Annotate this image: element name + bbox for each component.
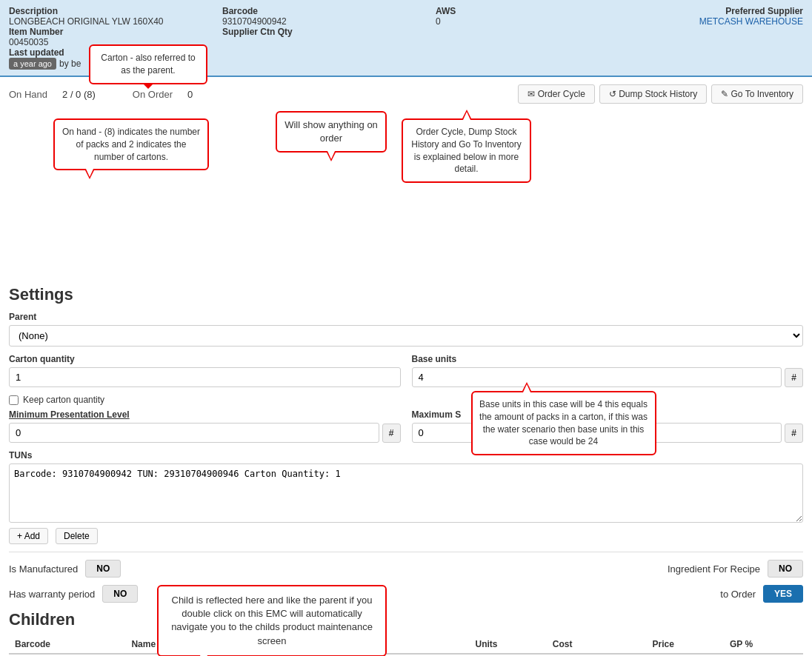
min-pres-field: Minimum Presentation Level # [9,409,401,443]
dump-stock-history-button[interactable]: ↺ Dump Stock History [599,84,707,104]
main-content: On Hand 2 / 0 (8) On Order 0 ✉ Order Cyc… [0,77,812,656]
settings-title: Settings [9,285,803,304]
is-manufactured-group: Is Manufactured NO [9,560,121,578]
min-pres-input[interactable] [9,423,379,443]
max-stock-label: Maximum S [412,409,804,420]
base-units-input[interactable] [412,367,782,387]
warranty-label: Has warranty period [9,589,95,600]
preferred-supplier-value: METCASH WAREHOUSE [590,16,803,27]
col-units: Units [469,635,546,654]
warranty-order-row: Has warranty period NO to Order YES [9,585,803,603]
description-value: LONGBEACH ORIGINAL YLW 160X40 [9,16,216,27]
on-hand-row: On Hand 2 / 0 (8) On Order 0 ✉ Order Cyc… [9,84,803,104]
col-barcode: Barcode [9,635,125,654]
on-hand-label: On Hand [9,89,47,100]
warranty-button[interactable]: NO [102,585,138,603]
base-units-field: Base units # Base units in this case wil… [412,354,804,387]
col-cost: Cost [547,635,647,654]
children-table: Barcode Name Units Cost Price GP % 93229… [9,635,803,656]
ingredient-group: Ingredient For Recipe NO [668,560,803,578]
col-name: Name [125,635,469,654]
max-stock-hash-button[interactable]: # [785,424,803,443]
delete-button[interactable]: Delete [56,528,98,544]
barcode-label: Barcode [222,6,430,16]
min-pres-label: Minimum Presentation Level [9,409,401,420]
supplier-ctn-label: Supplier Ctn Qty [222,27,430,37]
tooltip-on-hand: On hand - (8) indicates the number of pa… [53,118,209,170]
last-updated-badge: a year ago [9,58,56,70]
tooltip-order-cycle: Order Cycle, Dump Stock History and Go T… [402,118,531,183]
warranty-group: Has warranty period NO [9,585,138,603]
children-section: Children Barcode Name Units Cost Price G… [9,610,803,656]
min-max-group: Minimum Presentation Level # Maximum S # [9,409,803,443]
carton-qty-input[interactable] [9,367,401,387]
to-order-button[interactable]: YES [763,585,803,603]
children-title: Children [9,610,803,629]
col-price: Price [647,635,724,654]
barcode-value: 9310704900942 [222,16,430,27]
item-number-label: Item Number [9,27,216,37]
parent-label: Parent [9,312,803,322]
add-button[interactable]: + Add [9,528,48,544]
add-delete-row: + Add Delete [9,528,803,544]
max-stock-input[interactable] [412,423,782,443]
item-number-value: 00450035 [9,37,216,47]
min-pres-hash-button[interactable]: # [382,424,401,443]
warranty-order-container: Has warranty period NO to Order YES Chil… [9,585,803,603]
preferred-supplier-label: Preferred Supplier [590,6,803,16]
keep-carton-checkbox[interactable] [9,395,19,405]
max-stock-field: Maximum S # [412,409,804,443]
ingredient-label: Ingredient For Recipe [668,563,760,575]
to-order-group: to Order YES [720,585,803,603]
aws-label: AWS [436,6,584,16]
aws-value: 0 [436,16,584,27]
on-hand-value: 2 / 0 (8) [62,89,96,100]
top-bar: Description LONGBEACH ORIGINAL YLW 160X4… [0,0,812,77]
base-units-label: Base units [412,354,804,364]
last-updated-by: by be [59,58,81,69]
tuns-section: TUNs Barcode: 9310704900942 TUN: 2931070… [9,450,803,544]
description-label: Description [9,6,216,16]
go-to-inventory-button[interactable]: ✎ Go To Inventory [711,84,803,104]
btn-group: ✉ Order Cycle ↺ Dump Stock History ✎ Go … [518,84,803,104]
carton-qty-label: Carton quantity [9,354,401,364]
to-order-label: to Order [720,589,756,600]
parent-section: Parent (None) [9,312,803,347]
order-cycle-button[interactable]: ✉ Order Cycle [518,84,594,104]
is-manufactured-label: Is Manufactured [9,563,78,575]
carton-qty-field: Carton quantity [9,354,401,387]
carton-base-group: Carton quantity Base units # Base units … [9,354,803,387]
tuns-textarea[interactable]: Barcode: 9310704900942 TUN: 293107049009… [9,463,803,523]
tuns-label: TUNs [9,450,803,461]
children-table-header: Barcode Name Units Cost Price GP % [9,635,803,654]
base-units-hash-button[interactable]: # [785,368,803,387]
is-manufactured-button[interactable]: NO [85,560,121,578]
last-updated-label: Last updated [9,47,216,58]
col-gp: GP % [724,635,803,654]
on-order-value: 0 [187,89,193,100]
tooltip-on-order: Will show anything on order [276,111,387,153]
ingredient-button[interactable]: NO [768,560,803,578]
on-order-label: On Order [133,89,173,100]
keep-carton-label: Keep carton quantity [23,395,104,405]
manufactured-row: Is Manufactured NO Ingredient For Recipe… [9,560,803,578]
keep-carton-row: Keep carton quantity [9,395,803,405]
parent-select[interactable]: (None) [9,325,803,347]
